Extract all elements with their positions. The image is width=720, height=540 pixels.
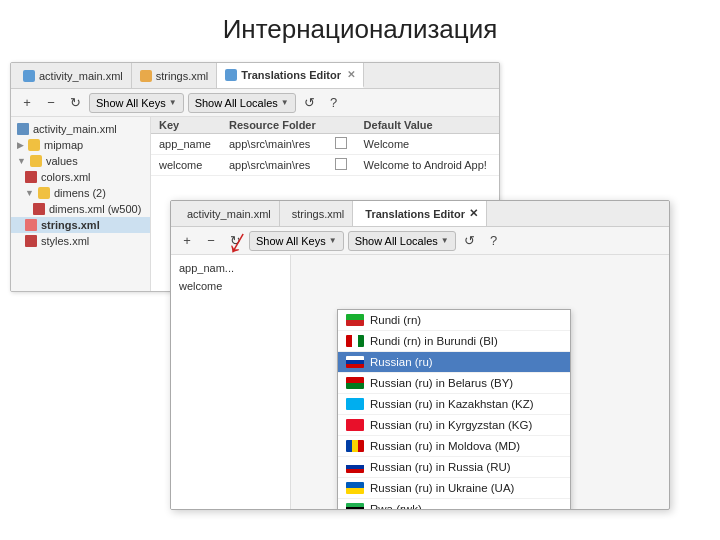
show-all-keys-button[interactable]: Show All Keys ▼	[89, 93, 184, 113]
locale-dropdown-item[interactable]: Russian (ru) in Kyrgyzstan (KG)	[338, 415, 570, 436]
row-checkbox-cell	[327, 155, 356, 176]
front-refresh-button[interactable]: ↻	[225, 231, 245, 251]
flag-icon	[346, 377, 364, 389]
locale-dropdown-item[interactable]: Russian (ru) in Belarus (BY)	[338, 373, 570, 394]
locale-label: Russian (ru) in Moldova (MD)	[370, 440, 562, 452]
add-button[interactable]: +	[17, 93, 37, 113]
flag-icon	[346, 356, 364, 368]
back-tab-activity[interactable]: activity_main.xml	[15, 63, 132, 88]
table-row[interactable]: app_name app\src\main\res Welcome	[151, 134, 499, 155]
table-row[interactable]: welcome app\src\main\res Welcome to Andr…	[151, 155, 499, 176]
locale-dropdown-item[interactable]: Russian (ru)	[338, 352, 570, 373]
back-tab-strings-label: strings.xml	[156, 70, 209, 82]
row-checkbox[interactable]	[335, 137, 347, 149]
front-remove-button[interactable]: −	[201, 231, 221, 251]
locale-dropdown-item[interactable]: Russian (ru) in Ukraine (UA)	[338, 478, 570, 499]
sidebar-item-mipmap[interactable]: ▶ mipmap	[11, 137, 150, 153]
front-tab-strings-label: strings.xml	[292, 208, 345, 220]
dimens-triangle-icon: ▼	[25, 188, 34, 198]
flag-icon	[346, 398, 364, 410]
row-checkbox-cell	[327, 134, 356, 155]
front-show-all-keys-label: Show All Keys	[256, 235, 326, 247]
sidebar-item-dimens-xml-label: dimens.xml (w500)	[49, 203, 141, 215]
flag-icon	[346, 440, 364, 452]
locale-label: Rundi (rn)	[370, 314, 562, 326]
sidebar-item-dimens[interactable]: ▼ dimens (2)	[11, 185, 150, 201]
sidebar: activity_main.xml ▶ mipmap ▼ values colo…	[11, 117, 151, 291]
sidebar-item-strings[interactable]: strings.xml	[11, 217, 150, 233]
front-close-icon[interactable]: ✕	[469, 207, 478, 220]
row-value: Welcome to Android App!	[356, 155, 499, 176]
back-tab-bar: activity_main.xml strings.xml Translatio…	[11, 63, 499, 89]
sidebar-item-values[interactable]: ▼ values	[11, 153, 150, 169]
remove-button[interactable]: −	[41, 93, 61, 113]
locale-label: Russian (ru) in Russia (RU)	[370, 461, 562, 473]
front-show-all-locales-label: Show All Locales	[355, 235, 438, 247]
locale-label: Russian (ru)	[370, 356, 562, 368]
reload-button[interactable]: ↺	[300, 93, 320, 113]
help-button[interactable]: ?	[324, 93, 344, 113]
front-row-welcome[interactable]: welcome	[171, 277, 290, 295]
front-tab-strings[interactable]: strings.xml	[280, 201, 354, 226]
locale-label: Rwa (rwk)	[370, 503, 562, 510]
front-keys-arrow: ▼	[329, 236, 337, 245]
back-tab-translations[interactable]: Translations Editor ✕	[217, 63, 364, 88]
front-tab-translations-label: Translations Editor	[365, 208, 465, 220]
sidebar-item-mipmap-label: mipmap	[44, 139, 83, 151]
row-key: app_name	[151, 134, 221, 155]
sidebar-item-styles-label: styles.xml	[41, 235, 89, 247]
sidebar-item-colors-label: colors.xml	[41, 171, 91, 183]
strings-icon	[140, 70, 152, 82]
refresh-button[interactable]: ↻	[65, 93, 85, 113]
locale-dropdown-item[interactable]: Rundi (rn)	[338, 310, 570, 331]
dimens-xml-icon	[33, 203, 45, 215]
front-tab-translations[interactable]: Translations Editor ✕	[353, 201, 487, 226]
locale-label: Rundi (rn) in Burundi (BI)	[370, 335, 562, 347]
locale-dropdown-item[interactable]: Russian (ru) in Moldova (MD)	[338, 436, 570, 457]
back-tab-strings[interactable]: strings.xml	[132, 63, 218, 88]
front-reload-button[interactable]: ↺	[460, 231, 480, 251]
back-tab-translations-label: Translations Editor	[241, 69, 341, 81]
col-check	[327, 117, 356, 134]
locale-dropdown-list[interactable]: Rundi (rn)Rundi (rn) in Burundi (BI)Russ…	[337, 309, 571, 510]
dimens-folder-icon	[38, 187, 50, 199]
front-show-all-locales-button[interactable]: Show All Locales ▼	[348, 231, 456, 251]
locale-dropdown-item[interactable]: Rwa (rwk)	[338, 499, 570, 510]
show-all-keys-label: Show All Keys	[96, 97, 166, 109]
flag-icon	[346, 314, 364, 326]
locales-dropdown-arrow: ▼	[281, 98, 289, 107]
activity-icon	[23, 70, 35, 82]
locale-label: Russian (ru) in Kazakhstan (KZ)	[370, 398, 562, 410]
locale-dropdown-item[interactable]: Rundi (rn) in Burundi (BI)	[338, 331, 570, 352]
row-value: Welcome	[356, 134, 499, 155]
sidebar-item-dimens-xml[interactable]: dimens.xml (w500)	[11, 201, 150, 217]
show-all-locales-button[interactable]: Show All Locales ▼	[188, 93, 296, 113]
flag-icon	[346, 419, 364, 431]
front-left-panel: app_nam... welcome	[171, 255, 291, 509]
activity-file-icon	[17, 123, 29, 135]
sidebar-item-strings-label: strings.xml	[41, 219, 100, 231]
front-tab-activity-label: activity_main.xml	[187, 208, 271, 220]
front-show-all-keys-button[interactable]: Show All Keys ▼	[249, 231, 344, 251]
row-folder: app\src\main\res	[221, 134, 327, 155]
front-help-button[interactable]: ?	[484, 231, 504, 251]
values-folder-icon	[30, 155, 42, 167]
keys-dropdown-arrow: ▼	[169, 98, 177, 107]
close-icon[interactable]: ✕	[347, 69, 355, 80]
styles-icon	[25, 235, 37, 247]
locale-label: Russian (ru) in Kyrgyzstan (KG)	[370, 419, 562, 431]
front-tab-activity[interactable]: activity_main.xml	[175, 201, 280, 226]
front-add-button[interactable]: +	[177, 231, 197, 251]
front-row-appname[interactable]: app_nam...	[171, 259, 290, 277]
sidebar-item-styles[interactable]: styles.xml	[11, 233, 150, 249]
sidebar-item-colors[interactable]: colors.xml	[11, 169, 150, 185]
values-triangle-icon: ▼	[17, 156, 26, 166]
locale-label: Russian (ru) in Belarus (BY)	[370, 377, 562, 389]
sidebar-item-activity[interactable]: activity_main.xml	[11, 121, 150, 137]
locale-dropdown-item[interactable]: Russian (ru) in Russia (RU)	[338, 457, 570, 478]
show-all-locales-label: Show All Locales	[195, 97, 278, 109]
row-checkbox[interactable]	[335, 158, 347, 170]
front-body: app_nam... welcome Rundi (rn)Rundi (rn) …	[171, 255, 669, 509]
front-locales-arrow: ▼	[441, 236, 449, 245]
locale-dropdown-item[interactable]: Russian (ru) in Kazakhstan (KZ)	[338, 394, 570, 415]
